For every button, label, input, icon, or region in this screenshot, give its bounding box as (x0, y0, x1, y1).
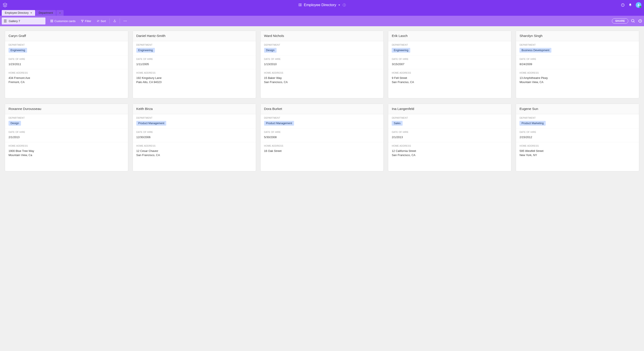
employee-card[interactable]: Eugene Sun DEPARTMENT Product Marketing … (516, 104, 639, 171)
field-label-address: HOME ADDRESS (264, 72, 380, 74)
menu-icon (4, 20, 6, 22)
field-label-doh: DATE OF HIRE (136, 58, 252, 60)
date-of-hire-value: 8/24/2009 (520, 62, 636, 67)
date-of-hire-value: 5/30/2008 (264, 135, 380, 139)
employee-card[interactable]: Roxanne Durousseau DEPARTMENT Design DAT… (5, 104, 128, 171)
date-of-hire-value: 1/13/2010 (264, 62, 380, 67)
tab-employee-directory[interactable]: Employee Directory (2, 10, 35, 16)
tab-label: Department (39, 11, 53, 15)
home-address-value: 595 Westfell Street New York, NY (520, 149, 636, 157)
field-label-doh: DATE OF HIRE (264, 58, 380, 60)
home-address-value: 13 Amphitheatre Pkwy Mountain View, CA (520, 76, 636, 84)
sort-icon (96, 20, 100, 23)
plus-icon: ＋ (58, 11, 62, 15)
base-title[interactable]: Employee Directory i (298, 3, 346, 7)
separator (110, 18, 110, 24)
card-name: Keith Birza (133, 104, 256, 114)
home-address-value: 192 Kingsbury Lane Palo Alto, CA 94323 (136, 76, 252, 84)
search-icon[interactable] (631, 19, 635, 23)
date-of-hire-value: 3/15/2007 (392, 62, 508, 67)
sort-label: Sort (101, 20, 106, 23)
employee-card[interactable]: Ward Nichols DEPARTMENT Design DATE OF H… (260, 31, 384, 98)
book-icon (298, 3, 302, 7)
filter-icon (81, 20, 84, 23)
card-name: Dora Burket (260, 104, 384, 114)
department-tag: Product Marketing (520, 121, 546, 126)
field-label-department: DEPARTMENT (392, 44, 508, 46)
app-header: Employee Directory i ? (0, 0, 644, 10)
avatar[interactable] (636, 2, 642, 8)
field-label-doh: DATE OF HIRE (392, 131, 508, 133)
employee-card[interactable]: Daniel Hantz-Smith DEPARTMENT Engineerin… (132, 31, 256, 98)
field-label-doh: DATE OF HIRE (136, 131, 252, 133)
logo-icon[interactable] (2, 3, 8, 8)
field-label-department: DEPARTMENT (8, 44, 124, 46)
info-icon[interactable]: i (343, 4, 346, 7)
svg-point-8 (125, 21, 126, 22)
department-tag: Engineering (392, 48, 410, 53)
employee-card[interactable]: Keith Birza DEPARTMENT Product Managemen… (132, 104, 256, 171)
sort-button[interactable]: Sort (94, 18, 108, 24)
add-table-button[interactable]: ＋ (56, 10, 64, 16)
field-label-doh: DATE OF HIRE (520, 58, 636, 60)
filter-button[interactable]: Filter (79, 18, 94, 24)
home-address-value: 12 California Street San Francisco, CA (392, 149, 508, 157)
employee-card[interactable]: Sharolyn Singh DEPARTMENT Business Devel… (516, 31, 639, 98)
more-button[interactable] (121, 19, 129, 23)
card-name: Erik Lasch (388, 31, 511, 41)
date-of-hire-value: 1/23/2011 (8, 62, 124, 67)
gallery-grid: Caryn Graff DEPARTMENT Engineering DATE … (0, 26, 644, 176)
share-button[interactable]: SHARE (612, 18, 628, 24)
filter-label: Filter (85, 20, 91, 23)
svg-rect-5 (51, 21, 52, 22)
tab-department[interactable]: Department (36, 10, 56, 16)
svg-point-10 (632, 20, 634, 22)
card-name: Caryn Graff (5, 31, 128, 41)
grid-icon (50, 20, 53, 23)
field-label-department: DEPARTMENT (136, 117, 252, 119)
field-label-address: HOME ADDRESS (520, 144, 636, 147)
field-label-department: DEPARTMENT (264, 44, 380, 46)
card-name: Ward Nichols (260, 31, 384, 41)
field-label-department: DEPARTMENT (520, 117, 636, 119)
field-label-department: DEPARTMENT (264, 117, 380, 119)
employee-card[interactable]: Dora Burket DEPARTMENT Product Managemen… (260, 104, 384, 171)
home-address-value: 15 Baker Way San Francisco, CA (264, 76, 380, 84)
svg-rect-6 (52, 21, 53, 22)
share-menu-button[interactable] (111, 18, 118, 24)
date-of-hire-value: 12/30/2006 (136, 135, 252, 139)
home-address-value: 12 Cesar Chavez San Francisco, CA (136, 149, 252, 157)
date-of-hire-value: 1/11/2005 (136, 62, 252, 67)
field-label-address: HOME ADDRESS (520, 72, 636, 74)
bell-icon[interactable] (628, 3, 632, 7)
history-icon[interactable] (638, 19, 642, 23)
department-tag: Product Management (136, 121, 166, 126)
share-icon (113, 20, 116, 23)
svg-rect-3 (51, 20, 52, 21)
date-of-hire-value: 2/15/2012 (520, 135, 636, 139)
field-label-address: HOME ADDRESS (392, 72, 508, 74)
department-tag: Engineering (8, 48, 27, 53)
field-label-address: HOME ADDRESS (136, 144, 252, 147)
help-icon[interactable]: ? (621, 3, 625, 7)
caret-down-icon (338, 5, 340, 6)
employee-card[interactable]: Caryn Graff DEPARTMENT Engineering DATE … (5, 31, 128, 98)
field-label-department: DEPARTMENT (520, 44, 636, 46)
home-address-value: 9 Fell Street San Franciso, CA (392, 76, 508, 84)
department-tag: Product Management (264, 121, 294, 126)
user-icon (637, 3, 640, 7)
separator (120, 18, 120, 24)
date-of-hire-value: 2/1/2013 (8, 135, 124, 139)
customize-cards-button[interactable]: Customize cards (48, 18, 78, 24)
employee-card[interactable]: Ina Langenfeld DEPARTMENT Sales DATE OF … (388, 104, 512, 171)
svg-rect-4 (52, 20, 53, 21)
department-tag: Design (8, 121, 21, 126)
field-label-address: HOME ADDRESS (392, 144, 508, 147)
card-name: Ina Langenfeld (388, 104, 511, 114)
card-name: Sharolyn Singh (516, 31, 639, 41)
svg-point-2 (638, 4, 639, 5)
employee-card[interactable]: Erik Lasch DEPARTMENT Engineering DATE O… (388, 31, 512, 98)
view-toolbar: Gallery 7 Customize cards Filter Sort SH… (0, 16, 644, 26)
department-tag: Engineering (136, 48, 155, 53)
view-switcher[interactable]: Gallery 7 (2, 18, 46, 25)
